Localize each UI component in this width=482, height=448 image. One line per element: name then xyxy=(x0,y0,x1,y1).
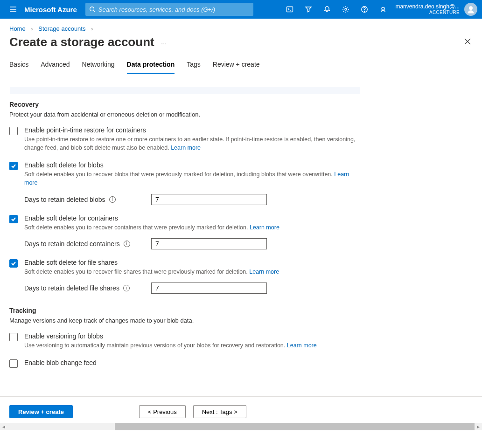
label-change-feed: Enable blob change feed xyxy=(24,359,473,366)
tab-review-create[interactable]: Review + create xyxy=(213,61,260,74)
crumb-home[interactable]: Home xyxy=(9,25,26,32)
tab-data-protection[interactable]: Data protection xyxy=(127,61,175,74)
checkbox-soft-delete-file-shares[interactable] xyxy=(9,259,18,268)
hamburger-icon[interactable] xyxy=(4,6,22,13)
label-container-retention: Days to retain deleted containers xyxy=(24,240,120,248)
search-icon xyxy=(89,6,96,13)
top-bar: Microsoft Azure manvendra.deo.singh@... … xyxy=(0,0,482,19)
desc-soft-delete-file-shares: Soft delete enables you to recover file … xyxy=(24,268,360,276)
desc-soft-delete-containers: Soft delete enables you to recover conta… xyxy=(24,223,360,232)
horizontal-scrollbar[interactable]: ◄ ► xyxy=(0,423,482,430)
next-button[interactable]: Next : Tags > xyxy=(193,405,246,418)
notifications-icon[interactable] xyxy=(318,0,336,19)
svg-point-7 xyxy=(345,8,347,10)
info-icon[interactable]: i xyxy=(123,285,130,291)
tab-bar: Basics Advanced Networking Data protecti… xyxy=(0,52,482,75)
top-icons: manvendra.deo.singh@... ACCENTURE xyxy=(280,0,478,19)
review-create-button[interactable]: Review + create xyxy=(9,405,73,418)
info-icon[interactable]: i xyxy=(109,196,116,203)
account-block[interactable]: manvendra.deo.singh@... ACCENTURE xyxy=(392,4,462,15)
brand-label[interactable]: Microsoft Azure xyxy=(22,6,85,14)
user-email: manvendra.deo.singh@... xyxy=(395,4,460,10)
checkbox-soft-delete-containers[interactable] xyxy=(9,215,18,223)
chevron-right-icon: › xyxy=(91,25,93,32)
form-content[interactable]: Recovery Protect your data from accident… xyxy=(0,75,482,379)
avatar[interactable] xyxy=(464,3,477,16)
label-soft-delete-containers: Enable soft delete for containers xyxy=(24,214,473,222)
tab-tags[interactable]: Tags xyxy=(187,61,201,74)
directory-filter-icon[interactable] xyxy=(299,0,318,19)
tab-basics[interactable]: Basics xyxy=(9,61,28,74)
more-actions-button[interactable]: … xyxy=(161,39,168,46)
info-banner xyxy=(10,87,360,94)
search-input[interactable] xyxy=(98,6,250,13)
tenant-name: ACCENTURE xyxy=(395,10,460,15)
svg-line-4 xyxy=(93,11,95,13)
page-title: Create a storage account xyxy=(9,35,154,49)
section-recovery-desc: Protect your data from accidental or err… xyxy=(9,111,473,118)
input-container-retention-days[interactable] xyxy=(151,238,267,249)
label-soft-delete-file-shares: Enable soft delete for file shares xyxy=(24,259,473,266)
svg-rect-5 xyxy=(287,7,293,12)
settings-icon[interactable] xyxy=(336,0,355,19)
info-icon[interactable]: i xyxy=(124,241,130,247)
desc-soft-delete-blobs: Soft delete enables you to recover blobs… xyxy=(24,170,360,187)
svg-point-11 xyxy=(469,7,473,10)
link-soft-files-learn-more[interactable]: Learn more xyxy=(249,269,279,275)
label-files-retention: Days to retain deleted file shares xyxy=(24,284,119,292)
link-pit-learn-more[interactable]: Learn more xyxy=(171,145,201,151)
label-pit-restore: Enable point-in-time restore for contain… xyxy=(24,126,473,134)
tab-advanced[interactable]: Advanced xyxy=(41,61,70,74)
svg-point-9 xyxy=(364,11,365,12)
checkbox-versioning[interactable] xyxy=(9,333,18,341)
checkbox-soft-delete-blobs[interactable] xyxy=(9,162,18,170)
label-soft-delete-blobs: Enable soft delete for blobs xyxy=(24,161,473,169)
section-tracking-heading: Tracking xyxy=(9,307,473,314)
checkbox-pit-restore[interactable] xyxy=(9,127,18,135)
page-title-bar: Create a storage account … xyxy=(0,34,482,52)
link-versioning-learn-more[interactable]: Learn more xyxy=(287,342,317,349)
wizard-footer: Review + create < Previous Next : Tags > xyxy=(0,396,482,423)
feedback-icon[interactable] xyxy=(374,0,392,19)
scroll-right-icon[interactable]: ► xyxy=(475,423,482,430)
link-soft-container-learn-more[interactable]: Learn more xyxy=(250,224,279,231)
close-blade-button[interactable] xyxy=(462,35,473,49)
breadcrumb: Home › Storage accounts › xyxy=(0,19,482,34)
section-recovery-heading: Recovery xyxy=(9,101,473,108)
global-search[interactable] xyxy=(85,3,253,16)
label-versioning: Enable versioning for blobs xyxy=(24,332,473,340)
section-tracking-desc: Manage versions and keep track of change… xyxy=(9,317,473,324)
label-blob-retention: Days to retain deleted blobs xyxy=(24,196,105,203)
chevron-right-icon: › xyxy=(31,25,33,32)
crumb-storage-accounts[interactable]: Storage accounts xyxy=(38,25,85,32)
input-blob-retention-days[interactable] xyxy=(151,194,267,205)
scroll-left-icon[interactable]: ◄ xyxy=(0,423,7,430)
cloud-shell-icon[interactable] xyxy=(280,0,299,19)
previous-button[interactable]: < Previous xyxy=(139,405,186,418)
svg-point-3 xyxy=(90,7,94,11)
desc-pit-restore: Use point-in-time restore to restore one… xyxy=(24,135,360,152)
checkbox-change-feed[interactable] xyxy=(9,359,18,368)
svg-point-10 xyxy=(382,7,384,10)
desc-versioning: Use versioning to automatically maintain… xyxy=(24,341,360,350)
tab-networking[interactable]: Networking xyxy=(82,61,115,74)
input-files-retention-days[interactable] xyxy=(151,283,267,294)
help-icon[interactable] xyxy=(355,0,374,19)
